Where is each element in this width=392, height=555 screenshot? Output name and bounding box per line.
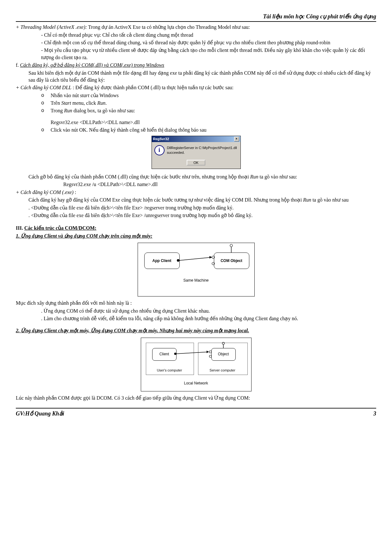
info-icon: i xyxy=(154,145,165,155)
section-f-title: Cách đăng ký, gỡ bỏ đăng ký COM(.dll) và… xyxy=(20,62,164,68)
sec3-title: Các kiến trúc của COM/DCOM: xyxy=(24,225,96,231)
step-2-d: Run xyxy=(97,100,105,106)
user-computer-label: User's computer xyxy=(146,368,193,373)
step-4-text: Click vào nút OK. Nếu đăng ký thành công… xyxy=(51,127,207,134)
diagram-lines xyxy=(138,243,255,297)
exe-paragraph: Cách đăng ký hay gỡ đăng ký của COM Exe … xyxy=(16,196,376,203)
threading-lead-rest: Trong dự án ActiveX Exe ta có những lựa … xyxy=(87,24,250,30)
unreg-p-c: ta gõ vào như sau: xyxy=(258,174,297,179)
reg-exe-italic: + Cách đăng ký COM (.exe) xyxy=(16,190,73,195)
svg-point-7 xyxy=(174,352,176,355)
step-1-a: Nhấn vào nút xyxy=(51,93,80,98)
step-3-b: Run xyxy=(64,108,72,113)
section-f-heading: f. Cách đăng ký, gỡ bỏ đăng ký COM(.dll)… xyxy=(16,62,376,69)
exe-p-a: Cách đăng ký hay gỡ đăng ký của COM Exe … xyxy=(28,197,303,203)
page-header: Tài liệu môn học Công cụ phát triển ứng … xyxy=(16,13,376,22)
purpose-heading: Mục đích xây dựng thành phần đối với mô … xyxy=(16,300,376,307)
threading-lead: + Threading Model (ActiveX .exe): Trong … xyxy=(16,24,376,31)
step-2-e: . xyxy=(105,100,107,106)
reg-dll-italic: + Cách đăng ký COM DLL xyxy=(16,85,72,90)
footer-author: GV:Hồ Quang Khải xyxy=(16,410,64,418)
diagram-local-network: Client Object User's computer Server com… xyxy=(141,338,252,391)
step-3-a: Trong xyxy=(51,108,64,113)
reg-exe-heading: + Cách đăng ký COM (.exe) : xyxy=(16,189,376,196)
f-paragraph: Sau khi biên dịch một dự án COM thành mộ… xyxy=(16,70,376,84)
same-machine-label: Same Machine xyxy=(138,278,254,283)
subsection-1: 1. Ứng dụng Client và ứng dụng COM chạy … xyxy=(16,233,376,240)
purpose-2: . Làm cho chương trình dễ viết, dễ kiểm … xyxy=(16,315,376,322)
section-3-heading: III. Các kiến trúc của COM/DCOM: xyxy=(16,225,376,232)
step-2-b: Start xyxy=(61,100,71,106)
svg-point-4 xyxy=(212,262,215,265)
svg-marker-2 xyxy=(209,256,212,259)
bullet-marker: o xyxy=(41,92,51,99)
subsection-2: 2. Ứng dụng Client chạy một máy, Ứng dụn… xyxy=(16,327,376,334)
page-footer: GV:Hồ Quang Khải 3 xyxy=(16,408,376,418)
exe-p-b: Run xyxy=(303,197,311,203)
step-3-c: dialog box, ta gõ vào như sau: xyxy=(72,108,135,113)
sec3-pre: III. xyxy=(16,225,24,231)
ok-button[interactable]: OK xyxy=(187,160,206,165)
step-1: o Nhấn vào nút start của Windows xyxy=(16,92,376,99)
step-2-c: menu, click xyxy=(71,100,97,106)
svg-point-6 xyxy=(230,244,233,247)
bullet-marker: o xyxy=(41,127,51,134)
svg-point-10 xyxy=(209,351,211,353)
local-network-label: Local Network xyxy=(141,381,251,386)
dialog-titlebar: RegSvr32 × xyxy=(152,136,240,142)
exe-p-c: ta gõ vào như sau xyxy=(311,197,349,203)
unreg-p-b: Run xyxy=(250,174,258,179)
regsvr-command-2: Regsvr32.exe /u <DLLPath>\<DLL name>.dll xyxy=(16,181,376,188)
svg-marker-9 xyxy=(207,351,209,353)
exe-regserver: . <Đường dẫn của file exe đã biên dịch>\… xyxy=(16,204,376,211)
bullet-3: - Mọi yêu cầu tạo phục vụ từ nhiều clien… xyxy=(16,47,376,61)
exe-unregserver: . <Đường dẫn của file exe đã biên dịch>\… xyxy=(16,212,376,219)
svg-line-1 xyxy=(179,257,212,260)
server-computer-label: Server computer xyxy=(198,368,247,373)
regsvr-dialog: RegSvr32 × i DllRegisterServer in C:\MyP… xyxy=(152,136,241,169)
svg-point-3 xyxy=(212,256,215,259)
bullet-1: - Chỉ có một thread phục vụ: Chỉ cho tất… xyxy=(16,32,376,39)
svg-line-8 xyxy=(177,352,209,354)
purpose-1: . Ứng dụng COM có thể được tái sử dụng c… xyxy=(16,308,376,315)
svg-point-13 xyxy=(222,342,224,344)
diagram-same-machine: App Client COM Object Same Machine xyxy=(138,243,255,296)
regsvr-command-1: Regsvr32.exe <DLLPath>\<DLL name>.dll xyxy=(16,119,376,126)
step-1-b: start xyxy=(80,93,89,98)
step-3: o Trong Run dialog box, ta gõ vào như sa… xyxy=(16,107,376,114)
step-2-a: Trên xyxy=(51,100,61,106)
reg-dll-heading: + Cách đăng ký COM DLL : Để đăng ký được… xyxy=(16,84,376,91)
unreg-paragraph: Cách gỡ bỏ đăng ký của thành phần COM (.… xyxy=(16,173,376,180)
dialog-title: RegSvr32 xyxy=(153,137,169,141)
section-f-pre: f. xyxy=(16,62,20,68)
reg-exe-rest: : xyxy=(73,190,76,195)
footer-page-number: 3 xyxy=(373,410,376,418)
svg-point-0 xyxy=(177,259,179,262)
reg-dll-rest: : Để đăng ký được thành phần COM (.dll) … xyxy=(72,85,233,90)
bullet-marker: o xyxy=(41,107,51,114)
unreg-p-a: Cách gỡ bỏ đăng ký của thành phần COM (.… xyxy=(28,174,250,179)
dialog-message: DllRegisterServer in C:\MyProject\Projec… xyxy=(167,146,238,155)
bullet-2: - Chỉ định một con số cụ thể thread dùng… xyxy=(16,39,376,46)
svg-point-11 xyxy=(209,355,211,357)
close-icon[interactable]: × xyxy=(234,137,239,141)
dcom-paragraph: Lúc này thành phần COM được gọi là DCOM.… xyxy=(16,395,376,402)
step-4: o Click vào nút OK. Nếu đăng ký thành cô… xyxy=(16,127,376,134)
bullet-marker: o xyxy=(41,100,51,107)
step-2: o Trên Start menu, click Run. xyxy=(16,100,376,107)
step-1-c: của Windows xyxy=(89,93,119,98)
threading-lead-italic: + Threading Model (ActiveX .exe): xyxy=(16,24,87,30)
